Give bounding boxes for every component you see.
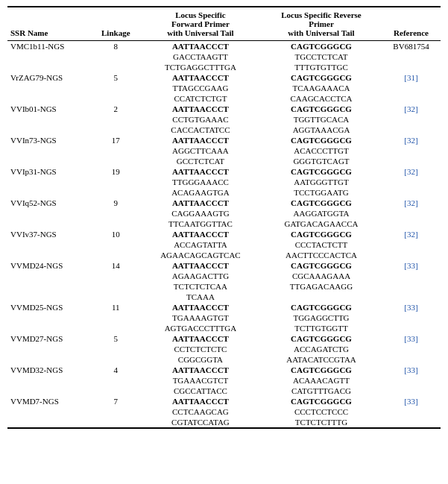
reference-value: [31] (382, 72, 441, 83)
linkage-value: 14 (92, 260, 140, 271)
forward-primer-line: AGTGACCCTTTGA (140, 323, 261, 333)
forward-primer-line: AATTAACCCT (140, 229, 261, 239)
linkage-value: 9 (92, 198, 140, 208)
reference-value: [33] (382, 333, 441, 344)
reference-value: BV681754 (382, 41, 441, 52)
reverse-primer-line: CAGTCGGGCG (261, 333, 382, 344)
forward-primer-line: TTAGCCGAAG (140, 83, 261, 93)
linkage-value: 11 (92, 302, 140, 312)
forward-primer-line: GCCTCTCAT (140, 156, 261, 166)
ssr-name: VrZAG79-NGS (7, 72, 92, 83)
forward-primer-line: TCAAA (140, 292, 261, 302)
reverse-primer-line: CAGTCGGGCG (261, 104, 382, 114)
forward-primer-line: CCATCTCTGT (140, 93, 261, 104)
reverse-primer-line: CCCTCCTCCC (261, 406, 382, 417)
forward-primer-line: TGAAACGTCT (140, 375, 261, 386)
ssr-name: VVMD24-NGS (7, 260, 92, 271)
reference-value: [32] (382, 229, 441, 239)
reverse-primer-line: TCAAGAAACA (261, 83, 382, 93)
forward-primer-line: AATTAACCCT (140, 72, 261, 83)
forward-primer-line: AATTAACCCT (140, 198, 261, 208)
linkage-value: 5 (92, 72, 140, 83)
reverse-primer-line: CAGTCGGGCG (261, 198, 382, 208)
reference-value: [33] (382, 365, 441, 375)
forward-primer-line: TTCAATGGTTAC (140, 219, 261, 229)
reference-value: [32] (382, 166, 441, 177)
reverse-primer-line: ACCAGATCTG (261, 344, 382, 354)
forward-primer-line: AGAACAGCAGTCAC (140, 250, 261, 260)
forward-primer-line: ACCAGTATTA (140, 239, 261, 250)
forward-primer-line: TGAAAAGTGT (140, 312, 261, 323)
forward-primer-line: TCTGAGGCTTTGA (140, 62, 261, 72)
header-reverse-primer: Locus Specific ReversePrimerwith Univers… (261, 7, 382, 41)
table-container: SSR Name Linkage Locus SpecificForward P… (0, 0, 448, 435)
ssr-table: SSR Name Linkage Locus SpecificForward P… (7, 6, 441, 429)
forward-primer-line: AATTAACCCT (140, 166, 261, 177)
forward-primer-line: TTGGGAAACC (140, 177, 261, 187)
ssr-name: VVIp31-NGS (7, 166, 92, 177)
ssr-name: VVMD25-NGS (7, 302, 92, 312)
forward-primer-line: CACCACTATCC (140, 125, 261, 135)
reverse-primer-line: CAGTCGGGCG (261, 302, 382, 312)
ssr-name: VVIb01-NGS (7, 104, 92, 114)
reverse-primer-line: CAGTCGGGCG (261, 166, 382, 177)
reverse-primer-line: GGGTGTCAGT (261, 156, 382, 166)
forward-primer-line: CGGCGGTA (140, 354, 261, 365)
ssr-name: VVIq52-NGS (7, 198, 92, 208)
reverse-primer-line: CAGTCGGGCG (261, 229, 382, 239)
forward-primer-line: CCTGTGAAAC (140, 114, 261, 125)
reverse-primer-line: CAGTCGGGCG (261, 72, 382, 83)
reference-value: [32] (382, 135, 441, 145)
forward-primer-line: AATTAACCCT (140, 41, 261, 52)
reverse-primer-line: AACTTCCCACTCA (261, 250, 382, 260)
reverse-primer-line: CAGTCGGGCG (261, 260, 382, 271)
reverse-primer-line: TTTGTGTTGC (261, 62, 382, 72)
reference-value: [32] (382, 104, 441, 114)
reverse-primer-line: CAAGCACCTCA (261, 93, 382, 104)
reverse-primer-line: TCCTGGAATG (261, 187, 382, 198)
reverse-primer-line: CAGTCGGGCG (261, 396, 382, 406)
forward-primer-line: ACAGAAGTGA (140, 187, 261, 198)
reverse-primer-line: TCTTGTGGTT (261, 323, 382, 333)
reference-value: [33] (382, 396, 441, 406)
forward-primer-line: CCTCTCTCTC (140, 344, 261, 354)
forward-primer-line: CAGGAAAGTG (140, 208, 261, 219)
reverse-primer-line: TGGTTGCACA (261, 114, 382, 125)
reverse-primer-line: AATGGGTTGT (261, 177, 382, 187)
linkage-value: 10 (92, 229, 140, 239)
reverse-primer-line: CAGTCGGGCG (261, 41, 382, 52)
reverse-primer-line: TCTCTCTTTG (261, 417, 382, 428)
linkage-value: 4 (92, 365, 140, 375)
ssr-name: VMC1b11-NGS (7, 41, 92, 52)
reverse-primer-line: CCCTACTCTT (261, 239, 382, 250)
forward-primer-line: AATTAACCCT (140, 396, 261, 406)
forward-primer-line: CCTCAAGCAG (140, 406, 261, 417)
reverse-primer-line: AATACATCCGTAA (261, 354, 382, 365)
forward-primer-line: AATTAACCCT (140, 302, 261, 312)
reverse-primer-line: CAGTCGGGCG (261, 135, 382, 145)
reverse-primer-line: ACAAACAGTT (261, 375, 382, 386)
reverse-primer-line: ACACCCTTGT (261, 145, 382, 156)
ssr-name: VVIn73-NGS (7, 135, 92, 145)
forward-primer-line: CGCCATTACC (140, 386, 261, 396)
forward-primer-line: AATTAACCCT (140, 365, 261, 375)
reverse-primer-line: GATGACAGAACCA (261, 219, 382, 229)
forward-primer-line: AATTAACCCT (140, 260, 261, 271)
header-forward-primer: Locus SpecificForward Primerwith Univers… (140, 7, 261, 41)
forward-primer-line: CGTATCCATAG (140, 417, 261, 428)
forward-primer-line: AATTAACCCT (140, 135, 261, 145)
reverse-primer-line: TGGAGGCTTG (261, 312, 382, 323)
reverse-primer-line: TTGAGACAAGG (261, 281, 382, 292)
linkage-value: 8 (92, 41, 140, 52)
header-linkage: Linkage (92, 7, 140, 41)
reverse-primer-line (261, 292, 382, 302)
reverse-primer-line: CATGTTTGACG (261, 386, 382, 396)
ssr-name: VVIv37-NGS (7, 229, 92, 239)
forward-primer-line: AATTAACCCT (140, 104, 261, 114)
reference-value: [33] (382, 260, 441, 271)
linkage-value: 19 (92, 166, 140, 177)
ssr-name: VVMD27-NGS (7, 333, 92, 344)
reference-value: [33] (382, 302, 441, 312)
linkage-value: 5 (92, 333, 140, 344)
ssr-name: VVMD7-NGS (7, 396, 92, 406)
